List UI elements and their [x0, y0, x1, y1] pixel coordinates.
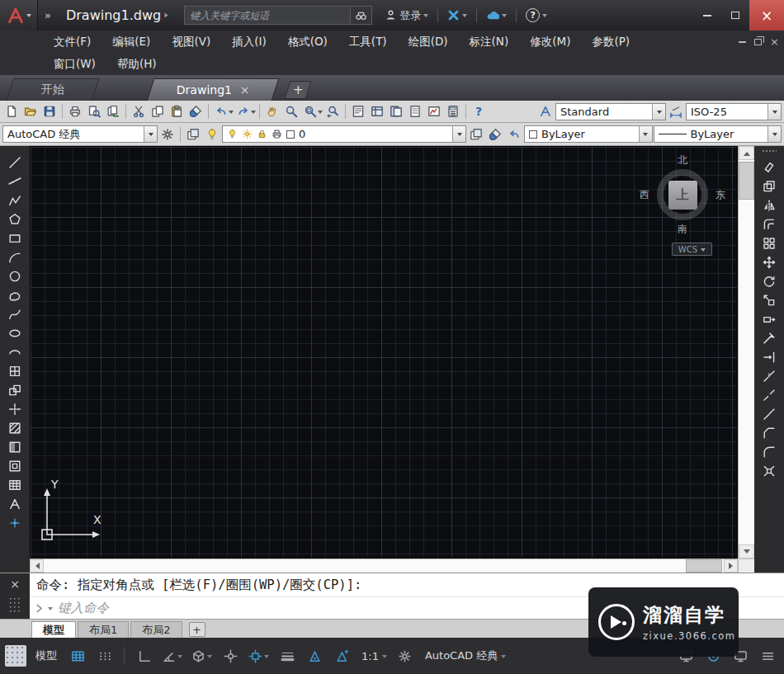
horizontal-scroll-track[interactable] [44, 559, 724, 573]
minimize-button[interactable] [693, 0, 721, 31]
undo-button[interactable] [212, 102, 230, 121]
polygon-tool-button[interactable] [1, 210, 29, 229]
isometric-drafting-toggle[interactable] [189, 644, 215, 667]
menu-tools[interactable]: 工具(T) [338, 31, 398, 53]
region-tool-button[interactable] [1, 456, 29, 475]
menu-window[interactable]: 窗口(W) [43, 53, 106, 75]
scroll-left-arrow-icon[interactable] [30, 559, 44, 573]
layer-make-current-button[interactable] [467, 125, 485, 144]
move-tool-button[interactable] [755, 252, 783, 271]
ellipse-tool-button[interactable] [1, 323, 29, 342]
vertical-scroll-track[interactable] [739, 160, 754, 544]
color-dropdown-icon[interactable] [639, 126, 652, 142]
hatch-tool-button[interactable] [1, 418, 29, 437]
search-input[interactable] [185, 7, 350, 24]
paste-button[interactable] [168, 102, 186, 121]
point-tool-button[interactable] [1, 399, 29, 418]
copy-button[interactable] [149, 102, 167, 121]
maximize-button[interactable] [721, 0, 749, 31]
arc-tool-button[interactable] [1, 247, 29, 266]
redo-button[interactable] [234, 102, 253, 121]
zoom-window-button[interactable] [301, 102, 319, 121]
layer-states-button[interactable] [203, 125, 221, 144]
workspace-settings-button[interactable] [158, 125, 177, 144]
menu-edit[interactable]: 编辑(E) [102, 31, 161, 53]
menu-dimension[interactable]: 标注(N) [459, 31, 520, 53]
close-button[interactable]: × [749, 0, 784, 31]
tab-drawing1[interactable]: Drawing1 × [147, 78, 280, 101]
circle-tool-button[interactable] [1, 266, 29, 285]
fillet-tool-button[interactable] [755, 442, 783, 461]
linetype-combo[interactable]: ByLayer [654, 125, 782, 143]
plot-button[interactable] [66, 102, 84, 121]
mdi-restore-button[interactable] [754, 39, 762, 45]
compass-north-label[interactable]: 北 [678, 153, 687, 167]
break-tool-button[interactable] [755, 385, 783, 404]
tab-start[interactable]: 开始 [7, 78, 100, 101]
object-snap-tracking-toggle[interactable] [219, 644, 242, 667]
close-tab-icon[interactable]: × [240, 83, 250, 97]
compass-east-label[interactable]: 东 [716, 188, 725, 202]
linetype-dropdown-icon[interactable] [767, 126, 781, 142]
compass-south-label[interactable]: 南 [678, 222, 687, 236]
grid-display-toggle[interactable] [66, 644, 89, 667]
text-style-dropdown-icon[interactable] [652, 104, 665, 120]
array-tool-button[interactable] [755, 233, 783, 252]
pan-button[interactable] [263, 102, 281, 121]
horizontal-scroll-thumb[interactable] [686, 559, 722, 573]
redo-caret-icon[interactable] [251, 111, 256, 116]
markup-set-manager-button[interactable] [425, 102, 443, 121]
text-style-button[interactable] [536, 102, 555, 121]
sheet-set-manager-button[interactable] [406, 102, 424, 121]
stretch-tool-button[interactable] [755, 309, 783, 328]
layer-properties-button[interactable] [184, 125, 202, 144]
compass-west-label[interactable]: 西 [640, 188, 649, 202]
join-tool-button[interactable] [755, 404, 783, 423]
horizontal-scrollbar[interactable] [30, 559, 738, 573]
rectangle-tool-button[interactable] [1, 229, 29, 247]
mirror-tool-button[interactable] [755, 196, 783, 214]
annotation-scale-button[interactable]: 1:1 [357, 644, 390, 667]
vertical-scroll-thumb[interactable] [739, 162, 754, 200]
layer-previous-button[interactable] [505, 125, 523, 144]
dim-style-dropdown-icon[interactable] [767, 104, 781, 120]
zoom-previous-button[interactable] [324, 102, 342, 121]
text-style-combo[interactable]: Standard [555, 103, 666, 120]
tool-palettes-button[interactable] [387, 102, 405, 121]
spline-tool-button[interactable] [1, 304, 29, 323]
annotation-autoscale-toggle[interactable] [330, 644, 353, 667]
chamfer-tool-button[interactable] [755, 423, 783, 442]
snap-mode-toggle[interactable] [93, 644, 116, 667]
quick-access-overflow-button[interactable]: » [38, 9, 58, 21]
annotation-visibility-toggle[interactable] [303, 644, 326, 667]
menu-parametric[interactable]: 参数(P) [581, 31, 640, 53]
plot-preview-button[interactable] [85, 102, 103, 121]
workspace-combo[interactable]: AutoCAD 经典 [2, 125, 158, 143]
a360-button[interactable] [482, 9, 511, 22]
ellipse-arc-tool-button[interactable] [1, 342, 29, 361]
menu-insert[interactable]: 插入(I) [221, 31, 277, 53]
explode-tool-button[interactable] [755, 461, 783, 480]
layer-plot-icon[interactable] [272, 129, 282, 139]
mdi-minimize-button[interactable] [739, 41, 746, 43]
workspace-status-button[interactable]: AutoCAD 经典 [421, 644, 508, 667]
multiline-text-tool-button[interactable] [1, 494, 29, 513]
construction-line-tool-button[interactable] [1, 172, 29, 191]
zoom-caret-icon[interactable] [318, 111, 323, 116]
ortho-mode-toggle[interactable] [132, 644, 155, 667]
polyline-tool-button[interactable] [1, 191, 29, 210]
new-layout-button[interactable]: + [189, 622, 205, 637]
revision-cloud-tool-button[interactable] [1, 285, 29, 304]
vertical-scrollbar[interactable] [738, 146, 754, 573]
open-button[interactable] [21, 102, 40, 121]
tab-model[interactable]: 模型 [31, 621, 76, 638]
new-drawing-tab-button[interactable]: + [284, 81, 311, 99]
help-button[interactable]: ? [522, 8, 551, 22]
workspace-dropdown-icon[interactable] [144, 126, 157, 142]
scale-tool-button[interactable] [755, 290, 783, 309]
extend-tool-button[interactable] [755, 347, 783, 366]
zoom-realtime-button[interactable] [282, 102, 300, 121]
customize-button[interactable] [756, 644, 779, 667]
mdi-close-button[interactable]: × [770, 36, 779, 47]
rotate-tool-button[interactable] [755, 271, 783, 290]
